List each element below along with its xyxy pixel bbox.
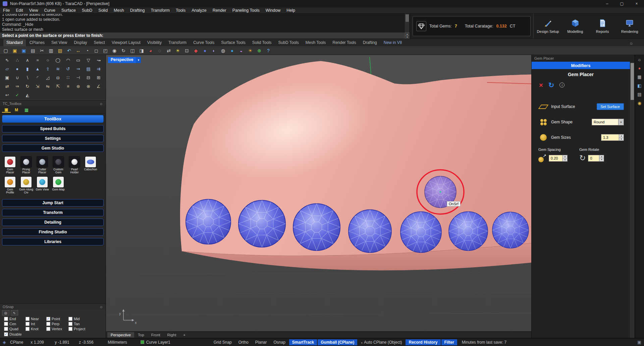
join-tool-icon[interactable]: ⊞ [94,73,104,82]
ribbon-tab-mesh-tools[interactable]: Mesh Tools [303,39,329,46]
osnap-disable-option[interactable]: ✓Disable [4,332,106,336]
ribbon-tab-standard[interactable]: Standard [3,39,26,46]
gem-rotate-spin-down-icon[interactable]: ▼ [599,158,604,161]
gem-5[interactable] [400,212,441,252]
coordinate-x[interactable]: x 1.209 [31,340,55,345]
rotate-view-icon[interactable]: ↻ [120,47,127,54]
arc-tool-icon[interactable]: ◠ [63,56,73,64]
polyline-tool-icon[interactable]: ∧ [22,56,33,64]
osnap-end-option[interactable]: End [4,317,25,321]
viewport-tab-top[interactable]: Top [135,332,148,338]
status-toggle-auto-cplane-object[interactable]: ●Auto CPlane (Object) [358,339,405,345]
zoom-extents-icon[interactable]: ◰ [102,47,109,54]
ribbon-tab-subd-tools[interactable]: SubD Tools [275,39,302,46]
rendering-button[interactable]: Rendering [616,15,643,37]
move-icon[interactable]: ⇄ [165,47,172,54]
modifiers-header[interactable]: Modifiers [532,62,630,69]
metals-tab-icon[interactable]: M [12,107,21,113]
gem-spacing-value[interactable]: 0.20 [549,155,562,161]
plane-tool-icon[interactable]: ▱ [2,65,12,73]
toolbox-section-jump-start-button[interactable]: Jump Start [2,199,104,207]
menu-file[interactable]: File [0,8,13,13]
viewport-dropdown-arrow-icon[interactable]: ▼ [136,57,141,63]
osnap-vertex-option[interactable]: Vertex [46,327,68,331]
notifications-icon[interactable]: ▣ [637,340,641,345]
save-icon[interactable]: ▣ [20,47,28,54]
menu-render[interactable]: Render [210,8,229,13]
ribbon-tab-render-tools[interactable]: Render Tools [329,39,359,46]
gem-shape-dropdown-arrow-icon[interactable]: ▼ [618,119,624,125]
gem-shape-dropdown[interactable]: Round ▼ [592,119,624,125]
move-tool-icon[interactable]: ⇄ [2,82,12,91]
gem-sizes-value[interactable]: 1.3 [601,134,619,140]
menu-transform[interactable]: Transform [148,8,173,13]
sun-icon[interactable]: ☀ [247,47,254,54]
osnap-near-checkbox[interactable] [25,317,30,321]
toolbox-section-libraries-button[interactable]: Libraries [2,238,104,245]
gem-view-button[interactable]: Gem View [35,177,50,194]
status-toggle-gumball-cplane[interactable]: Gumball (CPlane) [318,339,357,345]
osnap-int-option[interactable]: Int [25,322,46,326]
material-icon[interactable]: ◍ [219,47,227,54]
status-toggle-record-history[interactable]: Record History [406,339,440,345]
command-history-panel[interactable]: 1 closed curve added to selection.1 open… [0,14,410,39]
ribbon-tab-display[interactable]: Display [71,39,90,46]
command-scroll-up-icon[interactable]: ▲ [405,33,410,36]
gem-rotate-input[interactable]: 0 ▲ ▼ [588,155,604,162]
coordinate-y[interactable]: y -1.891 [55,340,79,345]
patch-tool-icon[interactable]: ▤ [83,65,93,73]
cabochon-button[interactable]: Cabochon [83,157,98,174]
status-toggle-osnap[interactable]: Osnap [270,339,288,345]
command-scroll-down-icon[interactable]: ▼ [405,36,410,39]
menu-curve[interactable]: Curve [41,8,58,13]
pearl-holder-button[interactable]: Pearl Holder [67,157,82,174]
osnap-knot-checkbox[interactable] [25,327,30,331]
layer-name[interactable]: Curve Layer1 [146,340,170,345]
history-tool-icon[interactable]: ↩ [2,91,12,99]
panel-scrollbar-thumb[interactable] [631,63,634,100]
viewport-tab-front[interactable]: Front [148,332,164,338]
set-surface-button[interactable]: Set Surface [597,103,624,110]
units-pane[interactable]: Millimeters [108,340,127,345]
align-tool-icon[interactable]: ≡ [63,82,73,91]
cancel-icon[interactable]: × [539,82,543,89]
command-scrollbar-thumb[interactable] [406,14,409,22]
shaded-display-icon[interactable]: ◕ [147,47,154,54]
reports-button[interactable]: Reports [589,15,616,37]
cut-icon[interactable]: ✂ [38,47,46,54]
offset-tool-icon[interactable]: ⇉ [94,65,104,73]
render-queue-icon[interactable]: ● [638,66,641,71]
copy-tool-icon[interactable]: ⇒ [12,82,22,91]
gem-1[interactable] [186,199,231,244]
osnap-int-checkbox[interactable] [25,322,30,326]
viewport-tab-perspective[interactable]: Perspective [107,332,134,338]
toolbox-button[interactable]: ToolBox [2,115,104,123]
menu-view[interactable]: View [26,8,41,13]
gem-2[interactable] [238,200,285,247]
curve-tool-icon[interactable]: ≈ [33,56,43,64]
display-panel-icon[interactable]: ◧ [637,83,641,88]
polygon-tool-icon[interactable]: ▽ [83,56,93,64]
properties-panel-icon[interactable]: ▤ [637,92,641,97]
osnap-project-option[interactable]: Project [68,327,93,331]
gem-spacing-spin-up-icon[interactable]: ▲ [563,155,567,159]
texture-icon[interactable]: ◒ [237,47,245,54]
menu-edit[interactable]: Edit [13,8,26,13]
osnap-knot-option[interactable]: Knot [25,327,46,331]
osnap-perp-option[interactable]: Perp [46,322,68,326]
prong-placer-button[interactable]: Prong Placer [19,157,34,174]
rectangle-tool-icon[interactable]: ▭ [73,56,83,64]
extrude-tool-icon[interactable]: ⇧ [43,65,53,73]
orient-tool-icon[interactable]: ⇱ [53,82,63,91]
analyze-tool-icon[interactable]: ◭ [22,91,33,99]
osnap-end-checkbox[interactable] [4,317,8,321]
coordinate-z[interactable]: z -3.556 [79,340,103,345]
ribbon-tab-drafting[interactable]: Drafting [360,39,380,46]
scale-tool-icon[interactable]: ⇲ [33,82,43,91]
builds-tab-icon[interactable]: ▥ [22,107,31,113]
gem-rotate-value[interactable]: 0 [588,155,599,161]
menu-analyze[interactable]: Analyze [189,8,209,13]
maximize-button[interactable]: ▢ [614,0,629,7]
viewport-title-menu[interactable]: Perspective ▼ [108,57,141,63]
sweep-tool-icon[interactable]: ⇝ [73,65,83,73]
